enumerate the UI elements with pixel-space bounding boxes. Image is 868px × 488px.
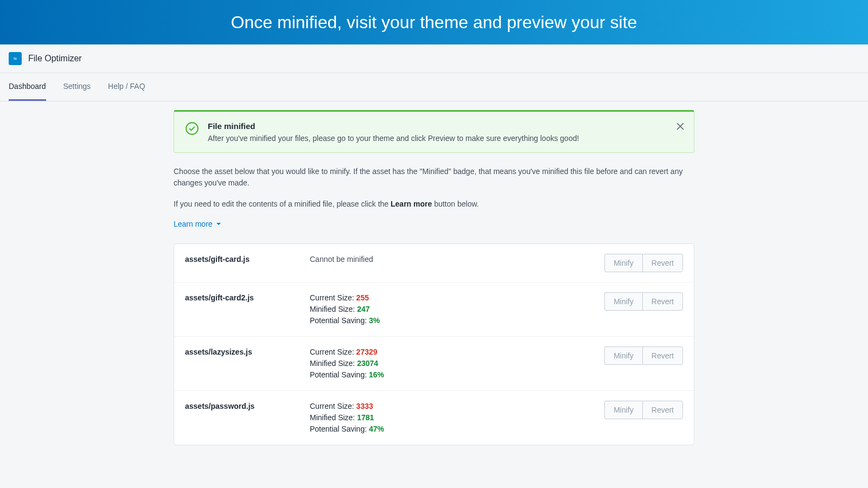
revert-button[interactable]: Revert [642, 346, 683, 365]
alert-title: File minified [208, 121, 579, 131]
tabs-nav: Dashboard Settings Help / FAQ [0, 73, 868, 101]
tab-dashboard[interactable]: Dashboard [9, 73, 46, 101]
check-circle-icon [185, 121, 199, 136]
asset-actions: Minify Revert [604, 346, 683, 365]
alert-body: After you've minified your files, please… [208, 134, 579, 143]
minify-button[interactable]: Minify [604, 292, 642, 311]
table-row: assets/gift-card2.js Current Size: 255 M… [174, 282, 694, 337]
main-content: File minified After you've minified your… [174, 101, 694, 445]
tab-help-faq[interactable]: Help / FAQ [108, 73, 145, 101]
table-row: assets/lazysizes.js Current Size: 27329 … [174, 337, 694, 391]
tab-settings[interactable]: Settings [63, 73, 91, 101]
intro-text: Choose the asset below that you would li… [174, 166, 694, 210]
asset-actions: Minify Revert [604, 292, 683, 311]
asset-info: Current Size: 27329 Minified Size: 23074… [310, 346, 604, 381]
chevron-down-icon [216, 220, 221, 228]
promo-banner: Once minified, visit your theme and prev… [0, 0, 868, 44]
revert-button[interactable]: Revert [642, 254, 683, 272]
learn-more-label: Learn more [174, 220, 213, 228]
app-header: ≈ File Optimizer [0, 44, 868, 73]
intro-paragraph-2: If you need to edit the contents of a mi… [174, 198, 694, 210]
asset-actions: Minify Revert [604, 401, 683, 419]
asset-actions: Minify Revert [604, 254, 683, 272]
revert-button[interactable]: Revert [642, 401, 683, 419]
app-title: File Optimizer [28, 54, 82, 63]
asset-info: Cannot be minified [310, 254, 604, 265]
asset-info: Current Size: 3333 Minified Size: 1781 P… [310, 401, 604, 435]
asset-name: assets/gift-card.js [185, 254, 310, 264]
asset-name: assets/gift-card2.js [185, 292, 310, 302]
app-icon: ≈ [9, 52, 22, 65]
close-icon[interactable] [675, 121, 685, 133]
asset-table: assets/gift-card.js Cannot be minified M… [174, 243, 694, 445]
minify-button[interactable]: Minify [604, 346, 642, 365]
asset-name: assets/password.js [185, 401, 310, 410]
svg-point-0 [186, 123, 198, 134]
table-row: assets/password.js Current Size: 3333 Mi… [174, 391, 694, 445]
revert-button[interactable]: Revert [642, 292, 683, 311]
success-alert: File minified After you've minified your… [174, 110, 694, 153]
table-row: assets/gift-card.js Cannot be minified M… [174, 244, 694, 282]
asset-info: Current Size: 255 Minified Size: 247 Pot… [310, 292, 604, 326]
asset-name: assets/lazysizes.js [185, 346, 310, 356]
intro-paragraph-1: Choose the asset below that you would li… [174, 166, 694, 189]
minify-button[interactable]: Minify [604, 401, 642, 419]
minify-button[interactable]: Minify [604, 254, 642, 272]
banner-text: Once minified, visit your theme and prev… [231, 12, 637, 33]
alert-content: File minified After you've minified your… [208, 121, 579, 143]
learn-more-link[interactable]: Learn more [174, 220, 221, 228]
